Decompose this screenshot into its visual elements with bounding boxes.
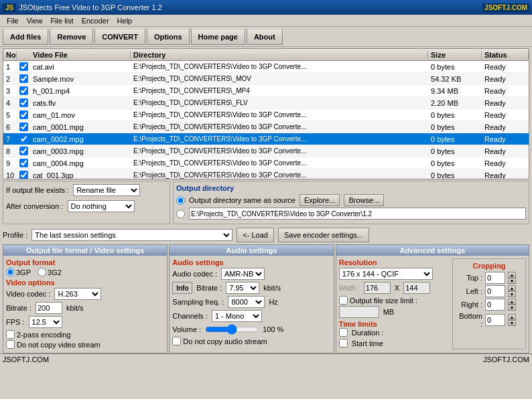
row-checkbox[interactable] [19,159,28,167]
sampling-select[interactable]: 80001600044100 [228,296,265,308]
left-down-btn[interactable]: ▼ [508,291,516,297]
row-dir: E:\Projects_TD\_CONVERTERS\_MOV [131,75,428,82]
row-size: 54.32 KB [428,75,482,83]
filesize-input[interactable] [339,306,379,318]
browse-button[interactable]: Browse... [344,194,384,206]
row-checkbox[interactable] [19,74,28,83]
audio-bitrate-select[interactable]: 7.9512.2 [226,282,259,294]
table-row[interactable]: 6 cam_0001.mpg E:\Projects_TD\_CONVERTER… [3,121,529,133]
profile-select[interactable]: The last session settings [31,229,232,241]
volume-slider[interactable] [205,324,259,335]
video-codec-select[interactable]: H.263H.264MPEG-4 [54,288,101,300]
row-size: 2.20 MB [428,99,482,107]
save-encoder-button[interactable]: Save encoder settings... [278,228,369,242]
no-copy-video-checkbox[interactable] [6,340,15,349]
output-dir-path-input[interactable] [189,208,526,220]
explore-button[interactable]: Explore... [300,194,340,206]
row-checkbox[interactable] [19,62,28,71]
sampling-label: Sampling freq. : [172,298,224,306]
video-bitrate-input[interactable] [36,302,62,314]
audio-info-button[interactable]: Info [172,282,192,294]
menu-encoder[interactable]: Encoder [78,16,113,25]
load-button[interactable]: <- Load [237,228,274,242]
options-button[interactable]: Options [147,29,190,45]
top-up-btn[interactable]: ▲ [508,272,516,278]
menu-file[interactable]: File [3,16,23,25]
right-input[interactable] [485,299,505,311]
row-name: cam_01.mov [30,111,131,119]
left-up-btn[interactable]: ▲ [508,285,516,291]
cropping-section: Cropping Top : ▲ ▼ Left : [452,258,526,349]
menu-view[interactable]: View [23,16,47,25]
menu-help[interactable]: Help [113,16,137,25]
left-input[interactable] [485,285,505,297]
row-checkbox[interactable] [19,123,28,131]
row-no: 7 [3,135,17,143]
channels-select[interactable]: 1 - Mono2 - Stereo [212,310,262,322]
format-3g2-radio[interactable] [38,268,46,276]
remove-button[interactable]: Remove [50,29,93,45]
homepage-button[interactable]: Home page [191,29,245,45]
row-checkbox[interactable] [19,147,28,155]
table-row[interactable]: 2 Sample.mov E:\Projects_TD\_CONVERTERS\… [3,73,529,85]
if-output-select[interactable]: Rename file Overwrite Skip [73,184,140,196]
menu-filelist[interactable]: File list [46,16,77,25]
row-checkbox[interactable] [19,110,28,119]
video-codec-row: Video codec : H.263H.264MPEG-4 [6,288,164,300]
output-dir-same-radio[interactable] [176,196,185,205]
no-copy-audio-checkbox[interactable] [172,337,181,345]
table-row[interactable]: 10 cat_001.3gp E:\Projects_TD\_CONVERTER… [3,169,529,179]
two-pass-checkbox[interactable] [6,330,15,339]
sampling-row: Sampling freq. : 80001600044100 Hz [172,296,330,308]
time-limits-label: Time limits [339,320,448,328]
bottom-input[interactable] [485,314,505,326]
add-files-button[interactable]: Add files [3,29,48,45]
height-input[interactable] [403,282,430,294]
right-down-btn[interactable]: ▼ [508,305,516,311]
bottom-up-btn[interactable]: ▲ [508,314,516,320]
titlebar: JS JSObjects Free Video to 3GP Converter… [0,0,532,15]
after-conv-select[interactable]: Do nothing Open folder Shutdown [68,200,135,212]
row-check [17,62,30,71]
table-row[interactable]: 1 cat.avi E:\Projects_TD\_CONVERTERS\Vid… [3,61,529,73]
advanced-left: Resolution 176 x 144 - QCIF 320 x 240 - … [339,258,448,349]
table-row[interactable]: 8 cam_0003.mpg E:\Projects_TD\_CONVERTER… [3,145,529,157]
width-input[interactable] [364,282,391,294]
row-checkbox[interactable] [19,98,28,107]
if-output-label: If output file exists : [6,186,69,194]
file-list-area: No Video File Directory Size Status 1 ca… [3,48,529,179]
table-row[interactable]: 5 cam_01.mov E:\Projects_TD\_CONVERTERS\… [3,109,529,121]
table-row[interactable]: 4 cats.flv E:\Projects_TD\_CONVERTERS\_F… [3,97,529,109]
table-row[interactable]: 9 cam_0004.mpg E:\Projects_TD\_CONVERTER… [3,157,529,169]
fps-select[interactable]: 12.5152530 [29,316,62,328]
about-button[interactable]: About [247,29,283,45]
menubar: File View File list Encoder Help [0,15,532,27]
convert-button[interactable]: CONVERT [94,29,145,45]
top-input[interactable] [485,272,505,284]
filesize-row: Output file size limit : [339,296,448,305]
row-checkbox[interactable] [19,135,28,143]
row-size: 0 bytes [428,171,482,179]
audio-bitrate-row: Info Bitrate : 7.9512.2 kbit/s [172,282,330,294]
video-codec-label: Video codec : [6,290,50,298]
row-status: Ready [482,99,529,107]
width-label: Width : [339,285,360,292]
duration-checkbox[interactable] [339,328,348,337]
video-opts-label: Video options [6,278,164,287]
start-time-checkbox[interactable] [339,339,348,347]
right-up-btn[interactable]: ▲ [508,299,516,305]
audio-codec-select[interactable]: AMR-NBAACMP3 [221,268,265,280]
audio-codec-row: Audio codec : AMR-NBAACMP3 [172,268,330,280]
resolution-select[interactable]: 176 x 144 - QCIF 320 x 240 - QVGA 352 x … [339,268,433,280]
row-checkbox[interactable] [19,86,28,95]
volume-value: 100 % [263,325,283,333]
filesize-limit-checkbox[interactable] [339,296,348,305]
bottom-down-btn[interactable]: ▼ [508,320,516,326]
table-row[interactable]: 7 cam_0002.mpg E:\Projects_TD\_CONVERTER… [3,133,529,145]
top-down-btn[interactable]: ▼ [508,278,516,284]
row-checkbox[interactable] [19,171,28,179]
output-dir-custom-radio[interactable] [176,210,185,218]
format-3gp-radio[interactable] [6,268,15,276]
status-logo: JSOFTJ.COM [483,355,529,364]
table-row[interactable]: 3 h_001.mp4 E:\Projects_TD\_CONVERTERS\_… [3,85,529,97]
